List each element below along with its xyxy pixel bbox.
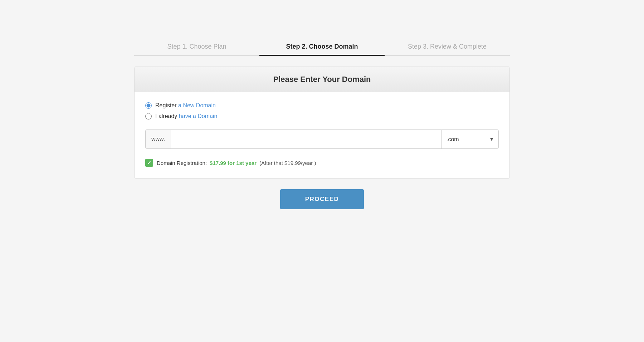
radio-register-link[interactable]: a New Domain — [178, 102, 216, 109]
domain-text-input[interactable] — [171, 130, 441, 148]
card-header: Please Enter Your Domain — [135, 67, 509, 92]
tld-select-wrapper: .com .net .org .info .biz ▼ — [441, 130, 498, 148]
step2-nav[interactable]: Step 2. Choose Domain — [259, 43, 385, 56]
radio-register-new-input[interactable] — [145, 102, 152, 109]
registration-checkbox[interactable] — [145, 159, 153, 167]
registration-label: Domain Registration: — [157, 160, 207, 166]
steps-nav: Step 1. Choose Plan Step 2. Choose Domai… — [134, 43, 510, 56]
step3-nav[interactable]: Step 3. Review & Complete — [385, 43, 510, 56]
domain-input-row: www. .com .net .org .info .biz ▼ — [145, 130, 499, 149]
step1-label: Step 1. Choose Plan — [167, 43, 226, 50]
radio-already-link[interactable]: have a Domain — [179, 113, 218, 119]
radio-already-prefix: I already — [155, 113, 177, 119]
radio-group: Register a New Domain I already have a D… — [145, 102, 499, 119]
page-container: Step 1. Choose Plan Step 2. Choose Domai… — [134, 43, 510, 209]
card-body: Register a New Domain I already have a D… — [135, 92, 509, 178]
card-title: Please Enter Your Domain — [142, 75, 502, 84]
registration-checkbox-wrapper[interactable] — [145, 159, 153, 167]
registration-row: Domain Registration: $17.99 for 1st year… — [145, 159, 499, 167]
radio-register-prefix: Register — [155, 102, 177, 109]
radio-register-new[interactable]: Register a New Domain — [145, 102, 499, 109]
tld-select[interactable]: .com .net .org .info .biz — [441, 130, 489, 148]
radio-already-have-input[interactable] — [145, 113, 152, 119]
tld-dropdown-arrow-icon: ▼ — [489, 136, 498, 142]
step2-label: Step 2. Choose Domain — [286, 43, 358, 50]
domain-card: Please Enter Your Domain Register a New … — [134, 67, 510, 179]
step1-nav[interactable]: Step 1. Choose Plan — [134, 43, 259, 56]
radio-already-have[interactable]: I already have a Domain — [145, 113, 499, 119]
registration-price: $17.99 for 1st year — [210, 160, 257, 166]
registration-price-after: (After that $19.99/year ) — [259, 160, 316, 166]
www-prefix: www. — [146, 130, 171, 148]
proceed-btn-wrapper: PROCEED — [134, 189, 510, 209]
step3-label: Step 3. Review & Complete — [408, 43, 487, 50]
proceed-button[interactable]: PROCEED — [280, 189, 364, 209]
